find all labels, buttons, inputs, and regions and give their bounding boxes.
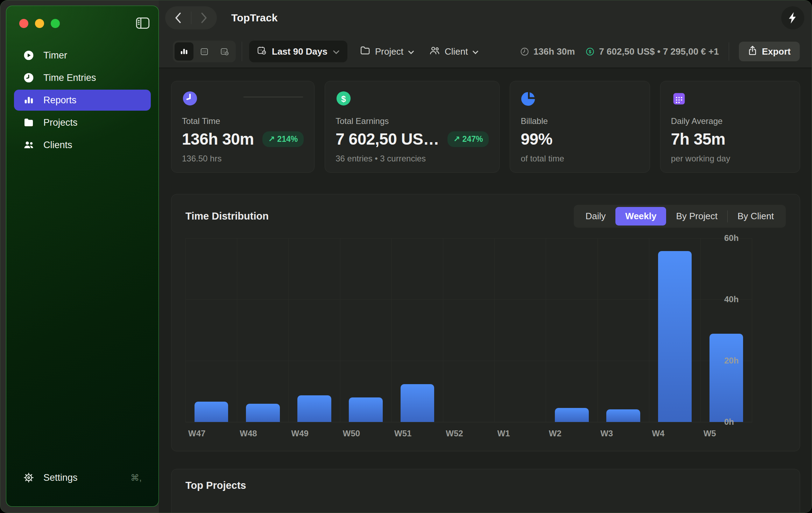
forward-button[interactable]	[191, 6, 217, 29]
header-total-time-value: 136h 30m	[534, 46, 575, 57]
settings-label: Settings	[43, 472, 78, 483]
bar-w50	[349, 397, 382, 422]
stat-card-subtext: 136.50 hrs	[182, 154, 304, 164]
export-divider	[729, 42, 729, 61]
top-projects-panel: Top Projects ProjectTimeEarnings%	[171, 469, 800, 513]
y-tick-20h: 20h	[724, 356, 739, 366]
stat-card-label: Total Time	[182, 116, 304, 126]
stat-card-value: 136h 30m	[182, 130, 254, 148]
date-range-button[interactable]: Last 90 Days	[249, 41, 347, 62]
x-tick-w52: W52	[443, 429, 494, 438]
title-bar: TopTrack	[159, 0, 812, 35]
header-total-earnings: $ 7 602,50 US$ • 7 295,00 € +1	[585, 46, 719, 57]
bar-w3	[606, 409, 640, 422]
export-label: Export	[762, 46, 791, 57]
tab-weekly[interactable]: Weekly	[615, 207, 666, 226]
chevron-down-icon	[333, 46, 340, 57]
close-button[interactable]	[19, 19, 28, 28]
stat-card-subtext: 36 entries • 3 currencies	[336, 154, 489, 164]
chart-view-button[interactable]	[175, 42, 193, 61]
tab-daily[interactable]: Daily	[576, 207, 616, 226]
clock-icon	[23, 72, 34, 83]
tab-by-project[interactable]: By Project	[666, 207, 727, 226]
stat-card-label: Daily Average	[671, 116, 789, 126]
zoom-button[interactable]	[51, 19, 60, 28]
sidebar-item-time-entries[interactable]: Time Entries	[14, 67, 151, 88]
back-button[interactable]	[165, 6, 191, 29]
trend-badge: ↗ 214%	[262, 131, 304, 147]
calendar-clock-icon	[257, 46, 267, 58]
bar-w47	[195, 402, 228, 422]
x-tick-w2: W2	[546, 429, 598, 438]
gear-icon	[23, 472, 34, 483]
settings-shortcut: ⌘,	[130, 473, 142, 483]
stat-cards-row: Total Time136h 30m↗ 214%136.50 hrs$Total…	[171, 81, 800, 173]
bar-w48	[246, 404, 280, 422]
stat-card-total-time: Total Time136h 30m↗ 214%136.50 hrs	[171, 81, 315, 173]
filter-divider	[242, 42, 242, 61]
export-button[interactable]: Export	[739, 42, 800, 61]
bar-w49	[297, 395, 331, 422]
stat-card-billable: Billable99%of total time	[510, 81, 650, 173]
chart-column-w3	[598, 238, 649, 422]
client-filter-button[interactable]: Client	[429, 46, 479, 58]
filter-bar: Last 90 Days Project Client	[159, 35, 812, 68]
stat-card-label: Billable	[521, 116, 639, 126]
folder-icon	[23, 117, 34, 128]
chevron-down-icon	[472, 46, 479, 57]
stat-card-subtext: of total time	[521, 154, 639, 164]
minimize-button[interactable]	[35, 19, 44, 28]
x-tick-w1: W1	[495, 429, 546, 438]
sidebar-item-label: Projects	[43, 117, 78, 128]
bar-w2	[555, 408, 588, 422]
stat-card-daily-average: Daily Average7h 35mper working day	[660, 81, 800, 173]
chart-column-w2	[546, 238, 597, 422]
tab-by-client[interactable]: By Client	[728, 207, 784, 226]
time-distribution-tabs: DailyWeeklyBy ProjectBy Client	[574, 205, 786, 228]
x-tick-w51: W51	[391, 429, 443, 438]
calendar-clock-view-button[interactable]	[215, 42, 234, 61]
sidebar-item-label: Time Entries	[43, 72, 96, 83]
chevron-down-icon	[408, 46, 414, 57]
clock-filled-icon	[182, 90, 198, 106]
sidebar: TimerTime EntriesReportsProjectsClients …	[6, 6, 159, 507]
main-area: TopTrack Last	[159, 0, 812, 513]
sidebar-item-projects[interactable]: Projects	[14, 112, 151, 133]
trend-badge: ↗ 247%	[447, 131, 489, 147]
clock-outline-icon	[520, 47, 529, 56]
calendar-view-button[interactable]	[195, 42, 214, 61]
chart-column-w49	[288, 238, 340, 422]
dollar-filled-icon: $	[336, 90, 352, 106]
sidebar-item-timer[interactable]: Timer	[14, 45, 151, 66]
sidebar-toggle-icon[interactable]	[135, 16, 150, 30]
dollar-circle-icon: $	[585, 47, 595, 56]
bar-w51	[401, 384, 434, 422]
client-filter-label: Client	[445, 46, 468, 57]
chart-column-w52	[443, 238, 494, 422]
top-projects-title: Top Projects	[185, 480, 786, 491]
bar-chart-icon	[23, 95, 34, 106]
time-distribution-panel: Time Distribution DailyWeeklyBy ProjectB…	[171, 194, 800, 451]
sidebar-item-clients[interactable]: Clients	[14, 134, 151, 155]
y-tick-0h: 0h	[724, 417, 734, 427]
pie-icon	[521, 90, 537, 106]
chart-x-axis: W47W48W49W50W51W52W1W2W3W4W5	[185, 429, 752, 438]
quick-actions-button[interactable]	[781, 6, 804, 29]
sidebar-item-settings[interactable]: Settings ⌘,	[14, 467, 151, 488]
sidebar-nav: TimerTime EntriesReportsProjectsClients	[6, 45, 158, 155]
svg-text:$: $	[589, 49, 591, 54]
chart-y-axis: 60h40h20h0h	[719, 238, 752, 422]
chart-column-w50	[340, 238, 391, 422]
x-tick-w47: W47	[185, 429, 237, 438]
sidebar-item-reports[interactable]: Reports	[14, 90, 151, 111]
header-total-earnings-value: 7 602,50 US$ • 7 295,00 € +1	[599, 46, 719, 57]
x-tick-w49: W49	[289, 429, 340, 438]
share-icon	[748, 45, 757, 58]
stat-card-value: 7 602,50 US…	[336, 130, 439, 148]
page-title: TopTrack	[231, 12, 278, 24]
project-filter-button[interactable]: Project	[360, 46, 414, 58]
chart-column-w48	[237, 238, 288, 422]
sidebar-item-label: Reports	[43, 95, 77, 106]
folder-icon	[360, 46, 370, 58]
x-tick-w5: W5	[701, 429, 752, 438]
